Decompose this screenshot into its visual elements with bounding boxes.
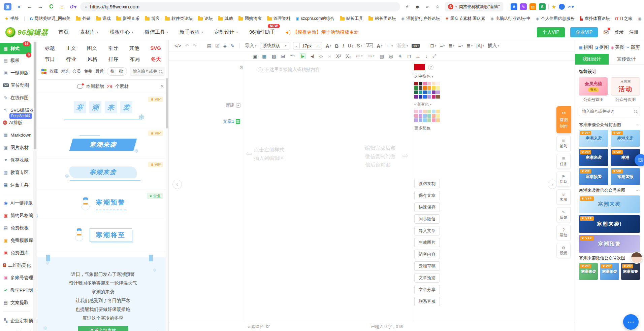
browser-tab-icon[interactable]: ▣ [4,3,11,10]
gradient-menu[interactable]: 渐变▾ [396,43,408,49]
current-color-swatch[interactable] [414,64,425,70]
design-thumbnail[interactable]: ♛VIP寒潮预警 [621,263,640,280]
sidebar-item-AI一键排版[interactable]: ◉AI一键排版 [0,197,33,209]
sidebar-item-二维码美化[interactable]: P二维码美化 [0,259,33,271]
sidebar-item-一键排版[interactable]: ▣一键排版 [0,67,33,79]
gradient-swatch[interactable] [414,110,418,113]
download-icon[interactable]: ↓ [425,53,427,59]
address-bar[interactable]: ⌕ https://bj.96weixin.com [80,2,400,11]
design-tab-美图[interactable]: ◉美图 [611,44,624,50]
sidebar-item-在线作图[interactable]: ✎在线作图 [0,91,33,104]
style-item[interactable]: ♛企业寒潮预警 [37,189,168,220]
color-swatch[interactable] [419,90,422,94]
collapse-left-button[interactable]: ‹ [172,180,182,189]
sidebar-item-联系在线客服[interactable]: ◗联系在线客服 [0,327,33,331]
extension-capture-icon[interactable]: S [539,3,546,10]
art-text-icon[interactable]: A▾ [377,43,382,49]
action-button-生成图片[interactable]: 生成图片 [414,238,440,247]
send-icon[interactable]: ➢ [424,4,430,9]
color-swatch[interactable] [427,90,431,94]
nav-item-模板中心[interactable]: 模板中心▾ [110,29,133,35]
sidebar-item-免费图库[interactable]: ▣免费图库 [0,247,33,259]
design-tab-拼图[interactable]: ▦拼图 [579,44,593,50]
gear-icon[interactable]: ⚙ [239,65,244,71]
bookmark-item[interactable]: 影视音乐 [116,16,139,22]
gradient-swatch[interactable] [427,118,431,122]
color-swatch[interactable] [432,86,436,90]
align-icon[interactable]: ≣▾ [466,43,473,48]
gradient-swatch[interactable] [432,118,436,122]
style-item[interactable]: 寒潮将至 [37,220,168,251]
recolor-menu[interactable]: 选中换色▾ [414,74,442,79]
color-swatch[interactable] [414,90,418,94]
reader-icon[interactable]: ☻ [414,4,420,9]
letter-spacing-icon[interactable]: |A|▾ [476,43,484,48]
bookmark-add-icon[interactable]: ☆ [434,4,441,9]
action-button-联系客服[interactable]: 联系客服 [414,297,440,306]
category-布局[interactable]: 布局 [130,56,140,63]
nav-item-首页[interactable]: 首页 [58,29,68,35]
sidebar-item-免费模版库[interactable]: ▣免费模版库 [0,234,33,247]
float-tab-反馈[interactable]: ✎反馈 [556,207,571,222]
action-button-导入文章[interactable]: 导入文章 [414,226,440,235]
design-thumbnail[interactable]: ♛VIP寒潮来袭 [579,149,608,166]
history-icon[interactable]: ↺▾ [69,4,76,10]
image-icon[interactable]: ▣ [253,53,257,59]
bookmark-item[interactable]: 软件类论坛 [165,16,193,22]
design-search-box[interactable] [579,107,640,116]
design-tab-抠图[interactable]: ◪抠图 [595,44,609,50]
login-link[interactable]: 登录 [614,29,624,35]
float-tab-签到[interactable]: ⊞签到 [556,136,571,151]
bookmark-item[interactable]: ❖国庆节素材,国庆素 [445,16,485,22]
gradient-swatch[interactable] [423,118,427,122]
unlink-icon[interactable]: ∞ [328,53,331,59]
bookmark-item[interactable]: ◉淄博驴行户外论坛 [401,16,440,22]
color-swatch[interactable] [432,90,436,94]
color-swatch[interactable] [423,95,427,99]
review-doc-icon[interactable]: ☑ [215,43,220,48]
filter-免费[interactable]: 免费 [84,69,92,74]
sidebar-item-运营工具[interactable]: ▦运营工具 [0,179,33,191]
design-search-input[interactable] [582,109,633,114]
view-all-styles-button[interactable]: 查看全部素材 [78,326,128,331]
action-button-云端草稿[interactable]: 云端草稿 [414,261,440,271]
category-正文[interactable]: 正文 [66,45,76,51]
bookmark-item[interactable]: ◉电脑店行业论坛-中 [491,16,531,22]
vertical-text-icon[interactable]: 〒▾ [386,43,393,49]
anchor-icon[interactable]: ⊥ [416,53,420,59]
cover-maker-tab[interactable]: ✂ 首图制作 [556,106,571,133]
design-thumbnail[interactable]: ♛VIP寒潮预警 [579,235,640,253]
action-button-快速保存[interactable]: 快速保存 [414,203,440,212]
font-color-icon[interactable]: A▾ [326,43,331,49]
category-其他[interactable]: 其他 [129,45,139,51]
font-family-select[interactable]: 系统默认▾ [260,42,289,49]
gradient-swatch[interactable] [427,114,431,118]
line-height-icon[interactable]: ≡▾ [440,43,445,48]
design-tab-裁剪[interactable]: ✂裁剪 [626,44,640,50]
nav-item-新手教程[interactable]: 新手教程▾ [180,29,203,35]
clear-format-icon[interactable]: ✳ [398,53,402,59]
nav-item-定制设计[interactable]: 定制设计▾ [214,29,238,35]
site-logo[interactable]: 96编辑器 [5,27,48,37]
refresh-batch-button[interactable]: 换一批 [107,67,127,76]
action-button-同步微信[interactable]: 同步微信 [414,214,440,224]
bookmark-item[interactable]: ▣szcphl.com的综合 [296,16,334,22]
find-replace-icon[interactable]: ◎ [389,53,393,59]
border-color-icon[interactable]: A▾ [366,43,373,48]
category-排序[interactable]: 排序 [108,56,119,63]
announcement[interactable]: ◄) 【模板更新】亲子活动模板更新 [285,29,359,35]
action-button-微信复制[interactable]: 微信复制 [414,179,440,188]
chat-service-button[interactable]: ⋯ [623,314,639,330]
messages-icon[interactable]: ✉ [603,28,609,36]
float-tab-帮助[interactable]: ?帮助 [556,225,571,240]
float-tab-设置[interactable]: ⚙设置 [556,243,571,258]
filter-会员[interactable]: 会员 [72,69,81,74]
tab-overflow-icon[interactable]: » [15,4,22,10]
design-thumbnail[interactable]: ♛VIP寒潮来袭 [579,195,640,213]
bookmark-item[interactable]: 博客 [145,16,160,22]
design-thumbnail[interactable]: ♛VIP寒潮来袭 [600,263,619,280]
close-icon[interactable]: × [161,83,164,89]
extension-translate-icon[interactable]: A [511,3,517,10]
sidebar-item-免费模板[interactable]: ▤免费模板 [0,222,33,234]
strikethrough-icon[interactable]: S▾ [357,43,362,48]
